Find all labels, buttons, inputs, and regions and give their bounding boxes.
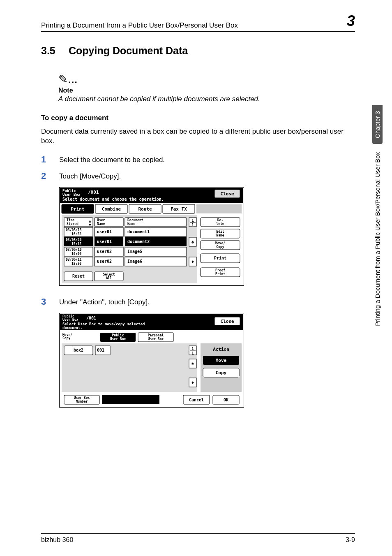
note-body: A document cannot be copied if multiple … — [58, 95, 355, 103]
svg-text:User: User — [97, 218, 105, 222]
svg-text:10:00: 10:00 — [71, 252, 81, 256]
fig2-action-label: Action — [213, 347, 229, 352]
svg-text:/001: /001 — [86, 316, 96, 320]
step-number-1: 1 — [41, 154, 59, 165]
step-text-3: Under "Action", touch [Copy]. — [59, 297, 150, 307]
svg-text:03/06/10: 03/06/10 — [66, 248, 82, 252]
svg-text:Print: Print — [215, 272, 225, 276]
svg-text:Name: Name — [97, 222, 105, 226]
svg-text:1: 1 — [191, 223, 194, 227]
svg-text:User Box: User Box — [148, 337, 164, 341]
step-text-2: Touch [Move/Copy]. — [59, 171, 121, 181]
svg-text:OK: OK — [224, 398, 228, 402]
svg-text:15:20: 15:20 — [71, 262, 81, 266]
svg-text:Move: Move — [216, 358, 227, 363]
fig1-tab-print[interactable]: Print — [71, 206, 84, 212]
footer-right: 3-9 — [346, 536, 355, 544]
svg-text:Cancel: Cancel — [189, 398, 204, 402]
svg-text:001: 001 — [97, 348, 104, 352]
note-label: Note — [58, 87, 355, 94]
step-number-3: 3 — [41, 297, 59, 307]
svg-text:User Box: User Box — [74, 396, 90, 400]
svg-rect-10 — [196, 204, 242, 213]
svg-text:Public: Public — [112, 333, 124, 337]
svg-text:Copy: Copy — [62, 336, 70, 340]
svg-text:Document: Document — [127, 218, 143, 222]
svg-text:Move/: Move/ — [215, 241, 225, 245]
svg-text:Number: Number — [76, 400, 88, 403]
svg-text:Image5: Image5 — [127, 249, 142, 254]
chapter-number: 3 — [347, 12, 355, 30]
svg-text:♠: ♠ — [191, 361, 194, 366]
svg-text:User Box: User Box — [110, 337, 126, 341]
svg-text:15:15: 15:15 — [71, 242, 81, 246]
fig1-box-num: /001 — [88, 190, 99, 195]
header-title: Printing a Document from a Public User B… — [41, 21, 347, 30]
section-number: 3.5 — [41, 45, 66, 57]
section-title: Copying Document Data — [69, 45, 188, 56]
fig1-tab-route[interactable]: Route — [138, 206, 152, 212]
svg-text:Print: Print — [214, 256, 226, 260]
svg-text:user01: user01 — [97, 229, 112, 234]
svg-text:Stored: Stored — [67, 222, 78, 226]
intro-paragraph: Document data currently saved in a box c… — [41, 127, 355, 146]
svg-text:Personal: Personal — [148, 334, 164, 337]
svg-text:document1: document1 — [127, 229, 150, 234]
side-tab-chapter: Chapter 3 — [372, 105, 383, 144]
svg-text:1: 1 — [191, 351, 194, 355]
svg-text:user02: user02 — [97, 249, 112, 254]
svg-text:Time: Time — [67, 218, 74, 222]
svg-text:box2: box2 — [74, 348, 83, 352]
svg-text:Image6: Image6 — [127, 259, 142, 264]
fig1-tab-faxtx[interactable]: Fax TX — [171, 206, 187, 212]
svg-text:Proof: Proof — [215, 269, 225, 272]
step-text-1: Select the document to be copied. — [59, 154, 165, 165]
svg-text:user01: user01 — [97, 239, 112, 244]
footer-left: bizhub 360 — [41, 536, 73, 544]
svg-rect-98 — [102, 395, 159, 404]
svg-text:Copy: Copy — [216, 370, 227, 375]
svg-text:document2: document2 — [127, 239, 150, 244]
svg-text:16:33: 16:33 — [71, 232, 81, 236]
svg-text:Name: Name — [216, 234, 224, 237]
svg-text:De-: De- — [217, 218, 223, 222]
figure-1: Public User Box /001 Select document and… — [59, 187, 355, 286]
svg-text:Edit: Edit — [216, 229, 224, 234]
side-tab-title: Printing a Document from a Public User B… — [372, 146, 383, 332]
svg-text:03/06/11: 03/06/11 — [66, 258, 82, 262]
fig1-close-button[interactable]: Close — [220, 191, 234, 197]
svg-text:user02: user02 — [97, 259, 112, 264]
svg-text:lete: lete — [216, 222, 224, 226]
pen-icon: ✎ — [58, 72, 68, 86]
svg-text:document.: document. — [62, 326, 83, 330]
svg-text:Select document and choose the: Select document and choose the operation… — [62, 197, 164, 202]
svg-text:1: 1 — [191, 347, 194, 351]
svg-text:1: 1 — [191, 218, 194, 222]
svg-text:▼: ▼ — [88, 222, 92, 227]
svg-text:♠: ♠ — [191, 239, 194, 245]
sub-heading: To copy a document — [41, 114, 355, 122]
svg-text:♦: ♦ — [191, 259, 194, 264]
fig1-tab-combine[interactable]: Combine — [102, 206, 121, 212]
svg-text:Copy: Copy — [216, 245, 224, 249]
svg-text:03/05/26: 03/05/26 — [66, 238, 82, 242]
svg-text:User Box: User Box — [62, 318, 78, 322]
fig2-close-button[interactable]: Close — [220, 319, 234, 324]
svg-text:Name: Name — [127, 222, 135, 226]
figure-2: Public User Box /001 Select User Box to … — [59, 313, 355, 408]
fig1-selectall-button[interactable]: Select — [103, 273, 115, 276]
step-number-2: 2 — [41, 171, 59, 181]
ellipsis-icon: … — [68, 74, 78, 85]
svg-text:03/05/13: 03/05/13 — [66, 228, 82, 232]
svg-text:All: All — [106, 276, 112, 280]
svg-text:♦: ♦ — [191, 380, 194, 385]
svg-text:User Box: User Box — [62, 192, 81, 197]
fig1-reset-button[interactable]: Reset — [72, 274, 85, 278]
